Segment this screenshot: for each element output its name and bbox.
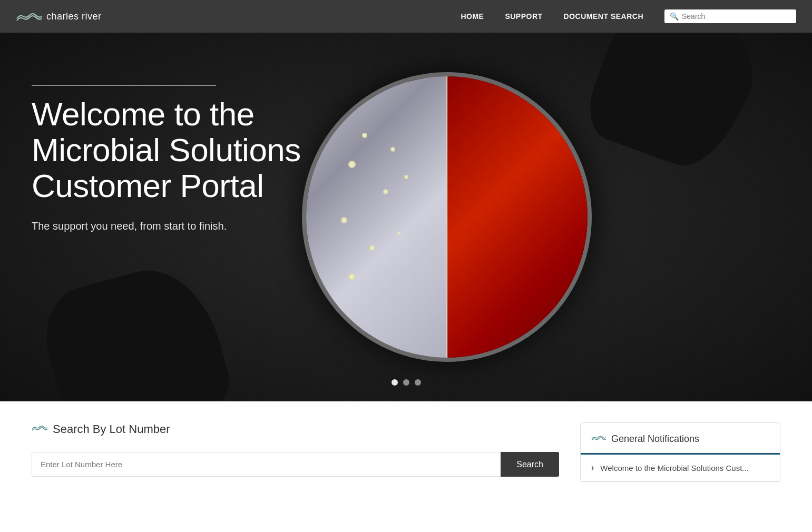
petri-left-half (306, 76, 447, 358)
lot-search-title: Search By Lot Number (53, 422, 170, 436)
logo-text: charles river (46, 11, 102, 22)
waves-icon (32, 425, 47, 434)
notification-text-1: Welcome to the Microbial Solutions Cust.… (600, 464, 749, 472)
notifications-header: General Notifications (581, 423, 780, 455)
hero-line (32, 85, 216, 86)
hero-subtitle: The support you need, from start to fini… (32, 220, 306, 232)
bottom-section: Search By Lot Number Search General Noti… (0, 401, 812, 503)
notifications-title: General Notifications (611, 434, 699, 445)
hero-content: Welcome to the Microbial Solutions Custo… (32, 85, 306, 232)
petri-dish-visual (302, 72, 592, 362)
notif-waves-icon (591, 435, 606, 444)
nav-document-search[interactable]: DOCUMENT SEARCH (564, 12, 643, 21)
petri-divider (446, 76, 447, 358)
header-search-input[interactable] (682, 12, 791, 21)
header-search-box: 🔍 (664, 9, 796, 23)
lot-search-row: Search (32, 452, 559, 477)
nav-support[interactable]: SUPPORT (505, 12, 542, 21)
logo-area: charles river (16, 11, 102, 22)
lot-search-button[interactable]: Search (501, 452, 559, 477)
carousel-dot-3[interactable] (415, 379, 421, 386)
hero-section: Welcome to the Microbial Solutions Custo… (0, 33, 812, 401)
lot-search-header: Search By Lot Number (32, 422, 559, 436)
search-icon: 🔍 (670, 12, 679, 21)
notification-item-1[interactable]: › Welcome to the Microbial Solutions Cus… (581, 455, 780, 481)
hero-title: Welcome to the Microbial Solutions Custo… (32, 96, 306, 204)
notifications-area: General Notifications › Welcome to the M… (580, 422, 780, 482)
lot-number-input[interactable] (32, 452, 501, 477)
navigation: HOME SUPPORT DOCUMENT SEARCH 🔍 (461, 9, 796, 23)
chevron-right-icon: › (591, 463, 594, 472)
lot-search-area: Search By Lot Number Search (32, 422, 559, 477)
petri-right-half (447, 76, 588, 358)
logo-waves-icon (16, 11, 42, 22)
carousel-dots (392, 379, 421, 386)
carousel-dot-1[interactable] (392, 379, 398, 386)
nav-home[interactable]: HOME (461, 12, 484, 21)
header: charles river HOME SUPPORT DOCUMENT SEAR… (0, 0, 812, 33)
carousel-dot-2[interactable] (403, 379, 409, 386)
